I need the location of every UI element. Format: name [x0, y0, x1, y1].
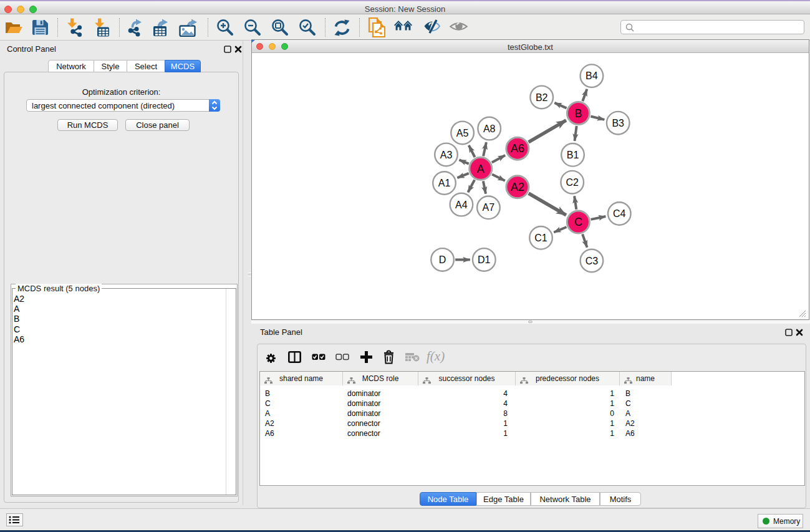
svg-text:C: C	[574, 216, 582, 228]
svg-text:A: A	[477, 163, 485, 175]
svg-text:B3: B3	[612, 118, 624, 128]
svg-text:A2: A2	[511, 181, 524, 193]
svg-text:A8: A8	[483, 123, 496, 134]
svg-text:A6: A6	[511, 142, 524, 155]
svg-text:A1: A1	[438, 178, 451, 188]
svg-text:A7: A7	[483, 202, 495, 213]
svg-text:D: D	[439, 254, 446, 265]
svg-text:B2: B2	[536, 92, 548, 103]
svg-text:C2: C2	[566, 177, 579, 188]
svg-text:A4: A4	[455, 200, 468, 210]
svg-text:A5: A5	[456, 128, 469, 138]
svg-text:A3: A3	[440, 150, 453, 160]
svg-text:D1: D1	[478, 254, 491, 265]
svg-text:B4: B4	[586, 70, 598, 81]
svg-text:C3: C3	[586, 256, 599, 266]
svg-text:B1: B1	[567, 150, 579, 160]
svg-text:B: B	[574, 107, 582, 120]
svg-text:C1: C1	[534, 233, 547, 243]
svg-text:C4: C4	[613, 208, 626, 219]
